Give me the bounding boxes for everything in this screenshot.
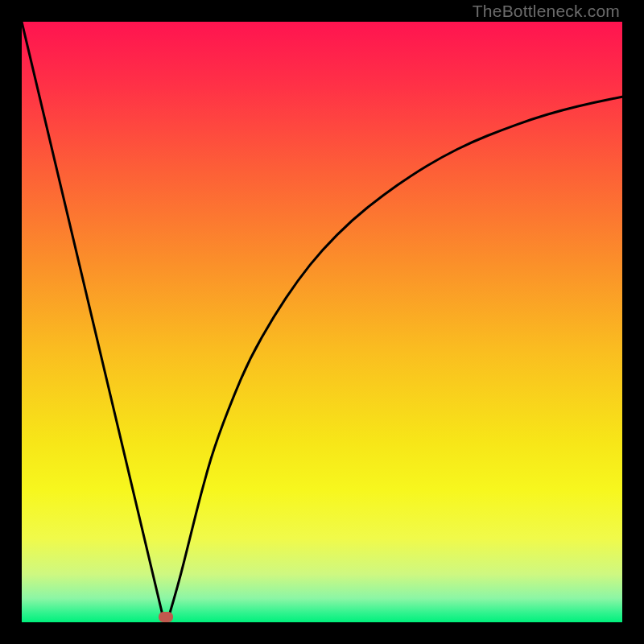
curve-layer xyxy=(22,22,622,622)
plot-area xyxy=(22,22,622,622)
curve-left-branch xyxy=(22,22,163,617)
chart-frame: TheBottleneck.com xyxy=(0,0,644,644)
curve-right-branch xyxy=(169,97,622,616)
optimum-marker xyxy=(159,612,173,622)
watermark-text: TheBottleneck.com xyxy=(473,2,620,21)
